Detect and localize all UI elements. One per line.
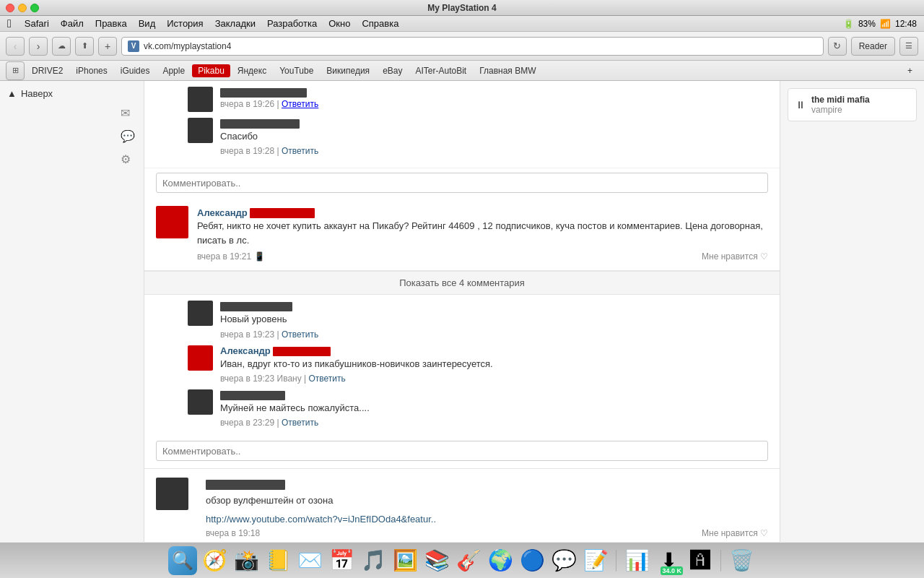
post2-author [206,478,768,491]
dock-iphoto[interactable]: 🖼️ [391,546,419,575]
cloud-button[interactable]: ☁ [52,37,71,56]
dock-ibooks[interactable]: 📚 [422,546,451,575]
bookmark-iphones[interactable]: iPhones [70,64,113,77]
dock-numbers[interactable]: 📊 [622,546,651,575]
dock-messages[interactable]: 💬 [549,546,578,575]
menu-view[interactable]: Вид [133,18,162,29]
dock-trash[interactable]: 🗑️ [727,546,756,575]
wifi-icon: 📶 [880,19,891,29]
post-wolfenstein: обзор вулфенштейн от озона http://www.yo… [144,469,780,542]
post-time: вчера в 19:21 📱 [197,251,265,262]
reply-name-redacted-3 [220,391,285,400]
menu-history[interactable]: История [161,18,209,29]
reader-button[interactable]: Reader [851,37,895,56]
bookmark-wikipedia[interactable]: Википедия [321,64,375,77]
bookmark-drive2[interactable]: DRIVE2 [26,64,69,77]
reply-link-1[interactable]: Ответить [282,329,318,340]
dock-mail[interactable]: ✉️ [295,546,324,575]
close-button[interactable] [6,4,14,12]
reply-meta-3: вчера в 23:29 | Ответить [220,418,768,428]
menu-bookmarks[interactable]: Закладки [209,18,261,29]
music-widget: ⏸ the midi mafia vampire [788,88,917,121]
traffic-lights[interactable] [6,4,39,12]
show-all-comments-button[interactable]: Показать все 4 комментария [144,271,780,295]
comment-text: Спасибо [220,130,768,143]
bookmark-ebay[interactable]: eBay [377,64,408,77]
dock-address-book[interactable]: 📒 [263,546,292,575]
reply-link-2[interactable]: Ответить [308,374,345,384]
comment-input-1[interactable] [156,173,768,193]
add-bookmark-button[interactable]: + [98,37,117,56]
dock: 🔍 🧭 📸 📒 ✉️ 📅 🎵 🖼️ 📚 🎸 🌍 🔵 💬 [0,542,924,578]
author-redacted [250,208,315,218]
bookmarks-bar: ⊞ DRIVE2 iPhones iGuides Apple Pikabu Ян… [0,61,924,81]
music-track: vampire [811,105,870,115]
post-author-name: Александр [197,207,250,218]
maximize-button[interactable] [30,4,39,12]
initial-comment: вчера в 19:26 | Ответить Спасибо вчера в… [144,81,780,168]
bookmark-bmw[interactable]: Главная BMW [474,64,541,77]
right-sidebar: ⏸ the midi mafia vampire [780,81,924,542]
dock-appstore[interactable]: 🅰 [686,546,715,575]
apple-menu[interactable]:  [7,17,12,30]
bookmark-apple[interactable]: Apple [157,64,191,77]
reply-content-3: Муйней не майтесь пожалуйста.... вчера в… [220,389,768,428]
bookmark-add[interactable]: + [902,64,918,77]
menu-window[interactable]: Окно [323,18,356,29]
back-to-top-link[interactable]: ▲ Наверх [7,88,136,99]
reply-text-1: Новый уровень [220,313,768,326]
post2-url[interactable]: http://www.youtube.com/watch?v=iJnEfIDOd… [206,514,436,525]
post-body: Александр Ребят, никто не хочет купить а… [197,206,768,262]
share-button[interactable]: ⬆ [75,37,94,56]
reply-link[interactable]: Ответить [282,146,318,156]
post-pikabu-sale: Александр Ребят, никто не хочет купить а… [144,197,780,271]
address-bar[interactable]: V vk.com/myplaystation4 [121,37,824,56]
dock-safari[interactable]: 🧭 [200,546,229,575]
menu-edit[interactable]: Правка [90,18,133,29]
dock-notes[interactable]: 📝 [581,546,610,575]
reply-row-3: Муйней не майтесь пожалуйста.... вчера в… [156,389,768,428]
dock-photobooth[interactable]: 📸 [232,546,261,575]
pause-icon[interactable]: ⏸ [796,99,806,111]
dock-ical[interactable]: 📅 [327,546,356,575]
name-redacted [220,88,307,98]
post2-author-redacted [206,480,285,490]
dock-browser[interactable]: 🌍 [486,546,515,575]
forward-button[interactable]: › [29,37,48,56]
reply-link-3[interactable]: Ответить [282,418,318,428]
back-button[interactable]: ‹ [6,37,25,56]
reply-avatar-3 [188,389,213,415]
bookmark-youtube[interactable]: YouTube [274,64,319,77]
reply-meta-2: вчера в 19:23 Ивану | Ответить [220,374,768,384]
bookmark-iguides[interactable]: iGuides [115,64,156,77]
comment-icon[interactable]: 💬 [121,129,136,145]
browser-content: ▲ Наверх ✉ 💬 ⚙ вчера в 19:26 | Ответить [0,81,924,542]
dock-finder[interactable]: 🔍 [168,546,197,575]
menu-safari[interactable]: Safari [19,18,55,29]
reply-link[interactable]: Ответить [282,99,318,109]
menu-file[interactable]: Файл [55,18,90,29]
minimize-button[interactable] [18,4,27,12]
reload-button[interactable]: ↻ [828,37,847,56]
sidebar-toggle-button[interactable]: ☰ [899,37,918,56]
reply-author-2: Александр [220,345,768,356]
dock-itunes[interactable]: 🎵 [359,546,388,575]
bookmark-aiter[interactable]: AITer-AutoBit [409,64,472,77]
bookmark-yandex[interactable]: Яндекс [232,64,272,77]
menu-help[interactable]: Справка [356,18,404,29]
battery-icon: 🔋 [843,19,854,29]
reply-content-2: Александр Иван, вдруг кто-то из пикабушн… [220,345,768,384]
like-button[interactable]: Мне нравится ♡ [702,251,768,262]
mail-icon[interactable]: ✉ [121,106,136,122]
comment-input-2[interactable] [156,441,768,461]
apps-button[interactable]: ⊞ [6,61,25,80]
dock-garageband[interactable]: 🎸 [454,546,483,575]
like-button-2[interactable]: Мне нравится ♡ [702,528,768,538]
dock-utorrent[interactable]: ⬇ 34.0 K [654,546,683,575]
comment-row: вчера в 19:26 | Ответить [188,87,768,112]
settings-icon[interactable]: ⚙ [121,152,136,168]
dock-skype[interactable]: 🔵 [518,546,546,575]
post2-avatar [156,478,188,510]
bookmark-pikabu[interactable]: Pikabu [192,64,230,77]
menu-dev[interactable]: Разработка [261,18,323,29]
